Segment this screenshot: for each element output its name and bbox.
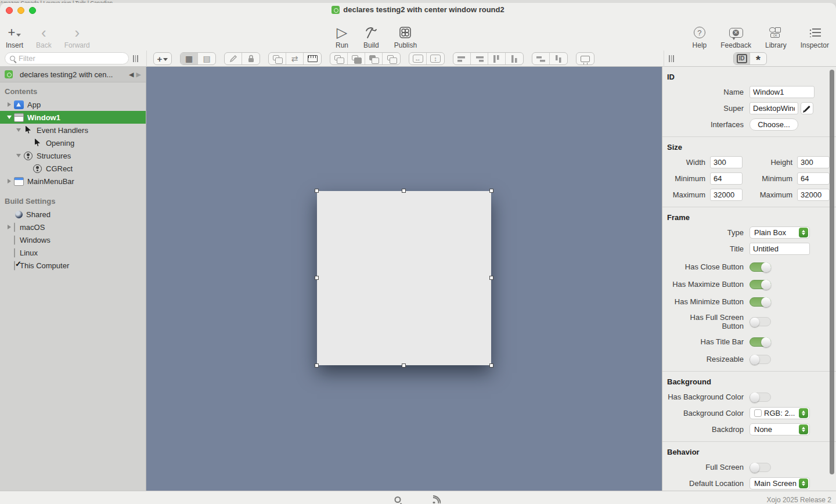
send-to-back-button[interactable] — [383, 53, 400, 64]
inspector-button[interactable]: Inspector — [801, 20, 829, 49]
selection-handle[interactable] — [315, 189, 319, 193]
sidebar-item-window1[interactable]: Window1 — [0, 111, 146, 124]
width-field[interactable] — [710, 156, 743, 168]
filter-input[interactable] — [19, 54, 111, 63]
sidebar-item-structures[interactable]: Structures — [0, 149, 146, 162]
tab-inspector-advanced[interactable]: * — [750, 53, 766, 64]
warnings-icon[interactable]: ! — [411, 495, 423, 504]
navigator-resize-handle[interactable] — [133, 55, 138, 62]
selection-handle[interactable] — [402, 363, 406, 368]
default-location-dropdown[interactable]: Main Screen — [749, 477, 810, 489]
edit-mode-button[interactable] — [225, 53, 242, 64]
frame-type-dropdown[interactable]: Plain Box — [749, 226, 810, 239]
match-height-button[interactable]: ↕ — [427, 53, 444, 64]
duplicate-button[interactable] — [269, 53, 286, 64]
disclosure-expanded-icon[interactable] — [16, 154, 21, 157]
ruler-button[interactable] — [304, 53, 321, 64]
sidebar-item-shared[interactable]: Shared — [0, 208, 146, 221]
name-field[interactable] — [749, 86, 815, 98]
has-full-screen-button-toggle[interactable] — [749, 317, 771, 326]
align-left-button[interactable] — [453, 53, 471, 64]
lock-button[interactable] — [242, 53, 260, 64]
sidebar-item-cgrect[interactable]: CGRect — [0, 162, 146, 175]
selection-handle[interactable] — [489, 276, 493, 280]
full-screen-toggle[interactable] — [749, 463, 771, 472]
background-color-dropdown[interactable]: RGB: 2... — [749, 407, 810, 419]
publish-button[interactable]: Publish — [394, 20, 417, 49]
align-top-button[interactable] — [488, 53, 506, 64]
linux-checkbox[interactable] — [14, 248, 15, 258]
max-height-field[interactable] — [797, 189, 830, 201]
has-background-color-toggle[interactable] — [749, 393, 771, 402]
code-view-button[interactable]: ▤ — [198, 53, 215, 64]
this-computer-checkbox[interactable] — [14, 261, 15, 271]
screen-preview-button[interactable] — [576, 53, 594, 64]
feed-icon[interactable] — [433, 495, 442, 504]
max-width-field[interactable] — [710, 189, 743, 201]
layout-view-button[interactable]: ▦ — [181, 53, 198, 64]
sidebar-item-event-handlers[interactable]: Event Handlers — [0, 124, 146, 136]
insert-button[interactable]: + Insert — [6, 20, 23, 49]
frame-title-field[interactable] — [749, 243, 810, 255]
disclosure-collapsed-icon[interactable] — [8, 179, 11, 183]
history-forward-button[interactable]: ▶ — [136, 71, 141, 78]
min-width-field[interactable] — [710, 172, 743, 185]
sidebar-item-linux[interactable]: Linux — [0, 246, 146, 259]
sidebar-item-app[interactable]: App — [0, 98, 146, 111]
space-horizontal-button[interactable] — [532, 53, 550, 64]
sidebar-item-mainmenubar[interactable]: MainMenuBar — [0, 175, 146, 188]
selection-handle[interactable] — [489, 363, 493, 368]
has-minimize-button-toggle[interactable] — [749, 297, 771, 307]
sidebar-item-macos[interactable]: macOS — [0, 221, 146, 233]
designed-window[interactable] — [317, 191, 491, 365]
run-button[interactable]: ▷ Run — [336, 20, 348, 49]
super-field[interactable] — [749, 102, 798, 114]
match-width-button[interactable]: ↔ — [409, 53, 427, 64]
add-control-button[interactable]: + — [154, 53, 171, 64]
has-maximize-button-toggle[interactable] — [749, 280, 771, 289]
disclosure-collapsed-icon[interactable] — [8, 102, 11, 107]
bring-to-front-button[interactable] — [330, 53, 348, 64]
macos-checkbox[interactable] — [14, 222, 15, 232]
inspector-resize-handle[interactable] — [669, 55, 674, 62]
disclosure-expanded-icon[interactable] — [16, 128, 21, 132]
filter-field[interactable] — [5, 52, 129, 64]
backdrop-dropdown[interactable]: None — [749, 423, 810, 435]
distribute-button[interactable]: ⇄ — [286, 53, 304, 64]
edit-super-button[interactable] — [801, 102, 813, 114]
resizeable-toggle[interactable] — [749, 355, 771, 364]
disclosure-expanded-icon[interactable] — [7, 116, 12, 119]
selection-handle[interactable] — [489, 189, 493, 193]
tab-inspector-id[interactable]: ID — [734, 53, 750, 64]
inspector-scrollbar[interactable] — [830, 70, 834, 474]
project-row[interactable]: declares testing2 with cen... ◀ ▶ — [0, 67, 146, 82]
layout-canvas[interactable] — [146, 67, 662, 491]
selection-handle[interactable] — [402, 189, 406, 193]
has-close-button-toggle[interactable] — [749, 262, 771, 272]
build-button[interactable]: Build — [363, 20, 379, 49]
windows-checkbox[interactable] — [14, 235, 15, 245]
min-height-field[interactable] — [797, 172, 830, 185]
find-icon[interactable] — [395, 496, 401, 503]
pencil-icon — [229, 55, 237, 63]
height-field[interactable] — [797, 156, 830, 168]
history-back-button[interactable]: ◀ — [129, 71, 134, 78]
sidebar-item-this-computer[interactable]: This Computer — [0, 259, 146, 272]
choose-interfaces-button[interactable]: Choose... — [749, 118, 798, 131]
has-title-bar-toggle[interactable] — [749, 337, 771, 347]
back-button[interactable]: ‹ Back — [36, 20, 52, 49]
space-vertical-button[interactable] — [550, 53, 567, 64]
send-backward-button[interactable] — [365, 53, 383, 64]
disclosure-collapsed-icon[interactable] — [8, 225, 11, 229]
align-right-button[interactable] — [471, 53, 488, 64]
library-button[interactable]: OK Library — [765, 20, 787, 49]
sidebar-item-windows[interactable]: Windows — [0, 233, 146, 246]
bring-forward-button[interactable] — [348, 53, 365, 64]
align-bottom-button[interactable] — [506, 53, 523, 64]
sidebar-item-opening[interactable]: Opening — [0, 136, 146, 149]
help-button[interactable]: ? Help — [693, 20, 707, 49]
feedback-button[interactable]: ✕ Feedback — [720, 20, 751, 49]
selection-handle[interactable] — [315, 363, 319, 368]
selection-handle[interactable] — [315, 276, 319, 280]
forward-button[interactable]: › Forward — [64, 20, 90, 49]
